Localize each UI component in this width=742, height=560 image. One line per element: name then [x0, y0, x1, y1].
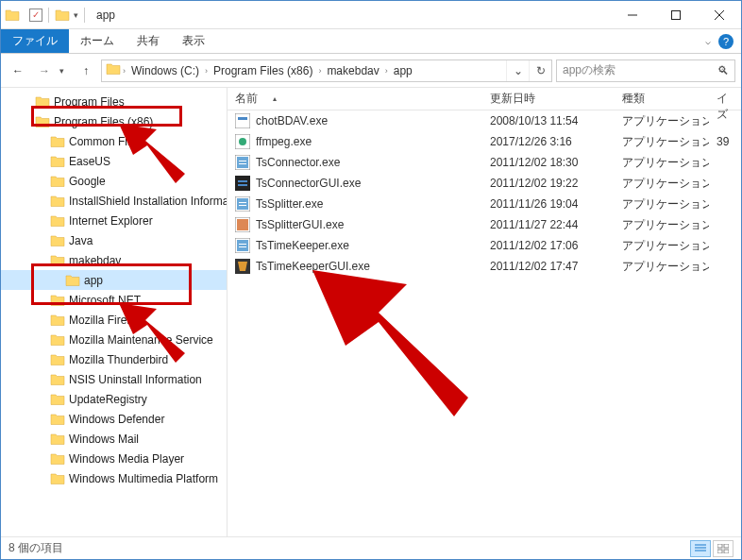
- breadcrumb-item[interactable]: makebdav: [323, 60, 382, 81]
- up-button[interactable]: ↑: [75, 59, 97, 82]
- file-row[interactable]: TsSplitter.exe2011/11/26 19:04アプリケーション: [228, 194, 741, 214]
- file-date: 2011/12/02 19:22: [482, 177, 615, 190]
- tab-view[interactable]: 表示: [171, 29, 216, 53]
- column-name[interactable]: 名前▴: [228, 88, 482, 110]
- icons-view-button[interactable]: [713, 540, 734, 557]
- tree-item[interactable]: Windows Media Player: [1, 449, 227, 468]
- tree-item[interactable]: NSIS Uninstall Information: [1, 369, 227, 389]
- file-row[interactable]: TsTimeKeeper.exe2011/12/02 17:06アプリケーション: [228, 235, 741, 256]
- address-dropdown-icon[interactable]: ⌄: [506, 60, 529, 81]
- search-icon[interactable]: 🔍︎: [717, 64, 729, 77]
- svg-rect-16: [237, 198, 248, 210]
- tree-item[interactable]: Java: [1, 230, 227, 250]
- help-icon[interactable]: ?: [718, 34, 734, 49]
- tree-item[interactable]: Common Files: [1, 131, 227, 151]
- folder-icon: [50, 471, 65, 486]
- tree-item-label: Program Files: [54, 95, 125, 109]
- file-type: アプリケーション: [615, 155, 709, 171]
- minimize-button[interactable]: [611, 1, 654, 29]
- back-button[interactable]: ←: [7, 59, 29, 82]
- tree-item[interactable]: Program Files (x86): [1, 111, 227, 131]
- address-bar[interactable]: › Windows (C:) › Program Files (x86) › m…: [101, 59, 552, 82]
- tree-item[interactable]: Google: [1, 171, 227, 191]
- ribbon-collapse-icon[interactable]: ⌵: [705, 36, 711, 46]
- column-size[interactable]: サイズ: [709, 88, 741, 110]
- file-list-body[interactable]: chotBDAV.exe2008/10/13 11:54アプリケーションffmp…: [228, 110, 741, 536]
- svg-rect-13: [238, 180, 247, 182]
- folder-icon: [50, 352, 65, 367]
- chevron-right-icon[interactable]: ›: [316, 66, 323, 76]
- tree-item[interactable]: Mozilla Maintenance Service: [1, 330, 227, 349]
- breadcrumb-item[interactable]: Program Files (x86): [210, 60, 316, 81]
- file-row[interactable]: chotBDAV.exe2008/10/13 11:54アプリケーション: [228, 110, 741, 131]
- folder-icon: [50, 233, 65, 248]
- file-date: 2011/11/26 19:04: [482, 197, 615, 211]
- file-row[interactable]: TsConnectorGUI.exe2011/12/02 19:22アプリケーシ…: [228, 173, 741, 194]
- tree-item[interactable]: Windows Defender: [1, 409, 227, 429]
- column-date[interactable]: 更新日時: [482, 88, 615, 110]
- file-list: 名前▴ 更新日時 種類 サイズ chotBDAV.exe2008/10/13 1…: [228, 88, 741, 536]
- close-button[interactable]: [698, 1, 741, 29]
- navigation-tree[interactable]: Program FilesProgram Files (x86)Common F…: [1, 88, 228, 536]
- svg-rect-33: [724, 550, 729, 553]
- qat-checkbox[interactable]: [29, 8, 42, 22]
- tree-item-label: makebdav: [69, 254, 121, 267]
- file-row[interactable]: TsConnector.exe2011/12/02 18:30アプリケーション: [228, 152, 741, 173]
- folder-icon: [50, 432, 65, 447]
- tree-item[interactable]: Program Files: [1, 92, 227, 111]
- folder-icon: [50, 253, 65, 268]
- tree-item-label: UpdateRegistry: [69, 393, 147, 406]
- exe-icon-5: [235, 217, 250, 232]
- search-input[interactable]: appの検索 🔍︎: [556, 59, 735, 82]
- tree-item[interactable]: Mozilla Thunderbird: [1, 349, 227, 369]
- chevron-down-icon[interactable]: ▾: [74, 10, 78, 20]
- tree-item[interactable]: UpdateRegistry: [1, 389, 227, 409]
- file-type: アプリケーション: [615, 113, 709, 129]
- tree-item[interactable]: InstallShield Installation Information: [1, 191, 227, 211]
- tab-file[interactable]: ファイル: [1, 29, 69, 53]
- folder-icon[interactable]: [55, 8, 70, 23]
- folder-icon: [106, 61, 121, 79]
- history-dropdown-icon[interactable]: ▾: [59, 66, 71, 76]
- chevron-right-icon[interactable]: ›: [383, 66, 390, 76]
- refresh-button[interactable]: ↻: [529, 60, 551, 81]
- tree-item[interactable]: app: [1, 270, 227, 290]
- chevron-right-icon[interactable]: ›: [121, 66, 127, 76]
- tab-share[interactable]: 共有: [126, 29, 171, 53]
- tree-item[interactable]: Microsoft.NET: [1, 290, 227, 310]
- file-row[interactable]: TsTimeKeeperGUI.exe2011/12/02 17:47アプリケー…: [228, 256, 741, 277]
- folder-icon: [50, 174, 65, 189]
- title-bar: ▾ app: [1, 1, 741, 29]
- tree-item[interactable]: EaseUS: [1, 151, 227, 171]
- tree-item-label: Windows Media Player: [69, 452, 184, 466]
- tree-item[interactable]: makebdav: [1, 250, 227, 270]
- exe-icon-3: [235, 238, 250, 253]
- tree-item[interactable]: Internet Explorer: [1, 211, 227, 230]
- file-date: 2011/11/27 22:44: [482, 218, 615, 231]
- status-bar: 8 個の項目: [1, 536, 741, 559]
- tab-home[interactable]: ホーム: [69, 29, 126, 53]
- tree-item[interactable]: Windows Multimedia Platform: [1, 468, 227, 488]
- column-type[interactable]: 種類: [615, 88, 709, 110]
- breadcrumb-item[interactable]: Windows (C:): [127, 60, 203, 81]
- tree-item-label: Google: [69, 175, 106, 188]
- tree-item-label: Internet Explorer: [69, 214, 153, 228]
- forward-button[interactable]: →: [33, 59, 56, 82]
- folder-icon: [5, 8, 20, 23]
- file-type: アプリケーション: [615, 134, 709, 150]
- chevron-right-icon[interactable]: ›: [203, 66, 210, 76]
- details-view-button[interactable]: [690, 540, 711, 557]
- file-row[interactable]: ffmpeg.exe2017/12/26 3:16アプリケーション39: [228, 131, 741, 152]
- tree-item[interactable]: Mozilla Firefox: [1, 310, 227, 330]
- breadcrumb-item[interactable]: app: [390, 60, 416, 81]
- file-row[interactable]: TsSplitterGUI.exe2011/11/27 22:44アプリケーショ…: [228, 214, 741, 235]
- svg-rect-18: [239, 205, 246, 206]
- sort-arrow-icon: ▴: [273, 94, 277, 103]
- quick-access-toolbar: ▾: [1, 8, 89, 23]
- maximize-button[interactable]: [654, 1, 698, 29]
- tree-item[interactable]: Windows Mail: [1, 429, 227, 449]
- exe-icon-2: [235, 134, 250, 149]
- qat-divider: [48, 8, 49, 23]
- svg-rect-1: [672, 10, 681, 19]
- tree-item-label: app: [84, 274, 103, 287]
